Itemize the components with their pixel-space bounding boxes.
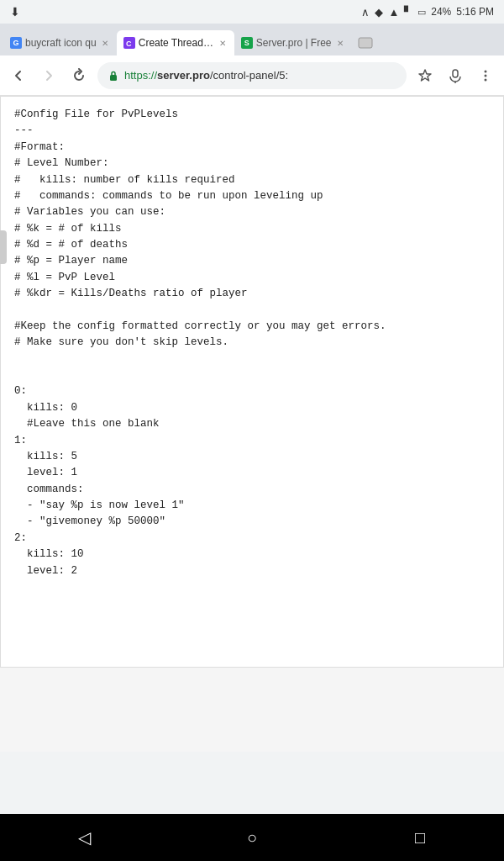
tab-favicon-3: S <box>241 37 253 49</box>
lock-icon <box>108 70 119 82</box>
tab-server-pro[interactable]: S Server.pro | Free ✕ <box>234 30 352 55</box>
time-display: 5:16 PM <box>456 6 494 18</box>
tab-buycraft[interactable]: G buycraft icon qu ✕ <box>3 30 117 55</box>
signal-icon: ▘ <box>404 6 412 18</box>
address-bar: https://server.pro/control-panel/5: <box>0 55 504 96</box>
battery-percent: 24% <box>431 6 451 18</box>
tab-label-3: Server.pro | Free <box>256 37 332 49</box>
svg-point-7 <box>485 74 487 77</box>
headphone-icon: ◆ <box>375 6 383 18</box>
svg-rect-2 <box>359 38 372 48</box>
download-icon: ⬇ <box>10 5 20 18</box>
bluetooth-icon: ∧ <box>361 6 370 18</box>
sidebar-tab[interactable] <box>0 230 7 264</box>
content-area: #Config File for PvPLevels --- #Format: … <box>0 96 504 752</box>
star-button[interactable] <box>413 64 437 87</box>
address-input[interactable]: https://server.pro/control-panel/5: <box>97 62 407 89</box>
code-block: #Config File for PvPLevels --- #Format: … <box>0 96 504 668</box>
recent-nav-button[interactable]: □ <box>403 821 437 854</box>
mic-button[interactable] <box>444 64 467 87</box>
new-tab-button[interactable] <box>354 32 377 55</box>
tab-label-2: Create Thread | F <box>139 37 214 49</box>
battery-icon: ▭ <box>417 7 426 18</box>
svg-rect-3 <box>110 75 117 81</box>
status-left: ⬇ <box>10 5 20 18</box>
back-button[interactable] <box>7 64 30 87</box>
svg-point-8 <box>485 78 487 81</box>
domain: server.pro <box>157 69 210 82</box>
status-right: ∧ ◆ ▲ ▘ ▭ 24% 5:16 PM <box>361 6 494 18</box>
tab-favicon-2: C <box>123 37 135 49</box>
bottom-nav: ◁ ○ □ <box>0 814 504 861</box>
home-nav-icon: ○ <box>247 828 257 848</box>
forward-button[interactable] <box>37 64 60 87</box>
recent-nav-icon: □ <box>415 828 425 848</box>
tab-favicon-1: G <box>10 37 22 49</box>
tab-create-thread[interactable]: C Create Thread | F ✕ <box>117 30 234 55</box>
status-bar: ⬇ ∧ ◆ ▲ ▘ ▭ 24% 5:16 PM <box>0 0 504 24</box>
address-text: https://server.pro/control-panel/5: <box>124 69 288 82</box>
wifi-icon: ▲ <box>388 6 399 18</box>
tab-bar: G buycraft icon qu ✕ C Create Thread | F… <box>0 24 504 55</box>
svg-rect-4 <box>453 70 458 77</box>
back-nav-icon: ◁ <box>78 827 91 848</box>
protocol: https:// <box>124 69 157 82</box>
code-content: #Config File for PvPLevels --- #Format: … <box>1 97 503 589</box>
tab-close-1[interactable]: ✕ <box>100 38 110 49</box>
home-nav-button[interactable]: ○ <box>235 821 269 854</box>
reload-button[interactable] <box>67 64 91 87</box>
svg-point-6 <box>485 70 487 72</box>
code-bottom-space <box>1 589 503 640</box>
back-nav-button[interactable]: ◁ <box>67 821 101 854</box>
tab-label-1: buycraft icon qu <box>25 37 97 49</box>
tab-close-3[interactable]: ✕ <box>335 38 345 49</box>
svg-text:C: C <box>126 40 132 48</box>
address-icons <box>413 64 497 87</box>
page-whitespace <box>0 668 504 752</box>
path: /control-panel/5: <box>210 69 288 82</box>
tab-close-2[interactable]: ✕ <box>218 38 228 49</box>
menu-button[interactable] <box>474 64 497 87</box>
